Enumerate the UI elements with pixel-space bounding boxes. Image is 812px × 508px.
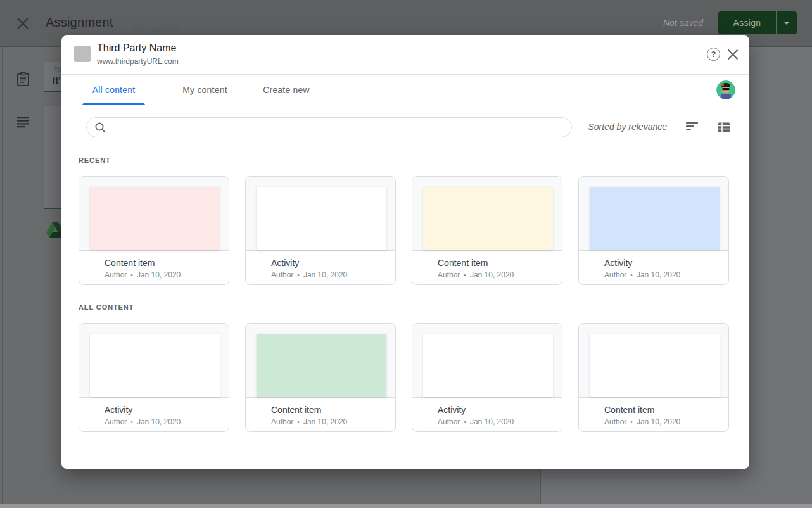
card-thumbnail bbox=[412, 324, 562, 398]
chevron-down-icon bbox=[783, 22, 790, 25]
dialog-header: Third Party Name www.thirdpartyURL.com ? bbox=[61, 35, 749, 75]
search-icon bbox=[95, 122, 106, 133]
card-thumbnail bbox=[246, 177, 395, 251]
card-thumbnail bbox=[79, 177, 229, 251]
close-assignment-icon[interactable] bbox=[16, 17, 29, 30]
card-thumbnail bbox=[79, 324, 229, 398]
third-party-picker-dialog: Third Party Name www.thirdpartyURL.com ?… bbox=[61, 35, 749, 469]
provider-name: Third Party Name bbox=[97, 42, 176, 54]
assign-split-button[interactable]: Assign bbox=[718, 11, 797, 34]
description-lines-icon[interactable] bbox=[17, 117, 29, 128]
title-field-value: It' bbox=[53, 75, 61, 86]
assign-button[interactable]: Assign bbox=[718, 11, 776, 34]
title-field-label: Tit bbox=[54, 66, 61, 73]
content-toolbar: Sorted by relevance bbox=[61, 117, 749, 137]
card-meta: Author•Jan 10, 2020 bbox=[271, 270, 386, 279]
provider-url: www.thirdpartyURL.com bbox=[97, 57, 179, 66]
content-card[interactable]: Activity Author•Jan 10, 2020 bbox=[578, 176, 729, 285]
card-title: Activity bbox=[438, 404, 553, 416]
recent-card-grid: Content item Author•Jan 10, 2020 Activit… bbox=[79, 176, 729, 285]
avatar[interactable] bbox=[716, 80, 735, 99]
background-ghost-tab: My content bbox=[133, 23, 179, 34]
help-icon[interactable]: ? bbox=[707, 48, 720, 61]
assignment-title: Assignment bbox=[46, 15, 113, 30]
card-thumbnail bbox=[412, 177, 562, 251]
card-meta: Author•Jan 10, 2020 bbox=[438, 270, 553, 279]
card-meta: Author•Jan 10, 2020 bbox=[604, 417, 720, 426]
content-card[interactable]: Activity Author•Jan 10, 2020 bbox=[79, 323, 229, 432]
search-bar[interactable] bbox=[86, 117, 572, 137]
card-thumbnail bbox=[579, 324, 728, 398]
card-meta: Author•Jan 10, 2020 bbox=[105, 417, 220, 426]
card-title: Activity bbox=[604, 257, 720, 269]
all-content-card-grid: Activity Author•Jan 10, 2020 Content ite… bbox=[79, 323, 729, 432]
content-card[interactable]: Content item Author•Jan 10, 2020 bbox=[578, 323, 729, 432]
tab-all-content[interactable]: All content bbox=[82, 75, 145, 105]
content-card[interactable]: Content item Author•Jan 10, 2020 bbox=[412, 176, 562, 285]
sorted-by-label: Sorted by relevance bbox=[588, 122, 667, 132]
content-card[interactable]: Content item Author•Jan 10, 2020 bbox=[79, 176, 229, 285]
content-card[interactable]: Activity Author•Jan 10, 2020 bbox=[245, 176, 396, 285]
card-thumbnail bbox=[579, 177, 728, 251]
card-title: Content item bbox=[604, 404, 720, 416]
card-meta: Author•Jan 10, 2020 bbox=[105, 270, 220, 279]
assignment-clipboard-icon[interactable] bbox=[17, 72, 29, 86]
card-meta: Author•Jan 10, 2020 bbox=[604, 270, 720, 279]
card-title: Content item bbox=[271, 404, 386, 416]
card-thumbnail bbox=[246, 324, 395, 398]
card-meta: Author•Jan 10, 2020 bbox=[438, 417, 553, 426]
content-card[interactable]: Content item Author•Jan 10, 2020 bbox=[245, 323, 396, 432]
card-title: Content item bbox=[105, 257, 220, 269]
tab-my-content[interactable]: My content bbox=[163, 75, 247, 105]
save-status: Not saved bbox=[663, 18, 703, 28]
card-title: Activity bbox=[105, 404, 220, 416]
card-title: Activity bbox=[271, 257, 386, 269]
tab-create-new[interactable]: Create new bbox=[248, 75, 324, 105]
content-card[interactable]: Activity Author•Jan 10, 2020 bbox=[412, 323, 562, 432]
screen: Assignment Not saved Assign My content T… bbox=[0, 0, 812, 508]
content-sections: RECENT Content item Author•Jan 10, 2020 … bbox=[79, 156, 729, 432]
dialog-content: Sorted by relevance RECENT Content item … bbox=[61, 105, 749, 467]
search-input[interactable] bbox=[111, 118, 571, 136]
assign-dropdown-button[interactable] bbox=[776, 11, 797, 34]
dialog-close-icon[interactable] bbox=[726, 48, 739, 61]
sort-icon[interactable] bbox=[686, 122, 699, 132]
section-heading-all-content: ALL CONTENT bbox=[79, 303, 729, 311]
view-list-icon[interactable] bbox=[718, 121, 730, 134]
card-title: Content item bbox=[438, 257, 553, 269]
card-meta: Author•Jan 10, 2020 bbox=[271, 417, 386, 426]
section-heading-recent: RECENT bbox=[79, 156, 729, 164]
provider-logo-placeholder bbox=[74, 46, 91, 62]
dialog-tabbar: All content My content Create new bbox=[61, 75, 749, 105]
background-bottom-strip bbox=[0, 504, 812, 508]
background-left-edge bbox=[2, 47, 3, 504]
